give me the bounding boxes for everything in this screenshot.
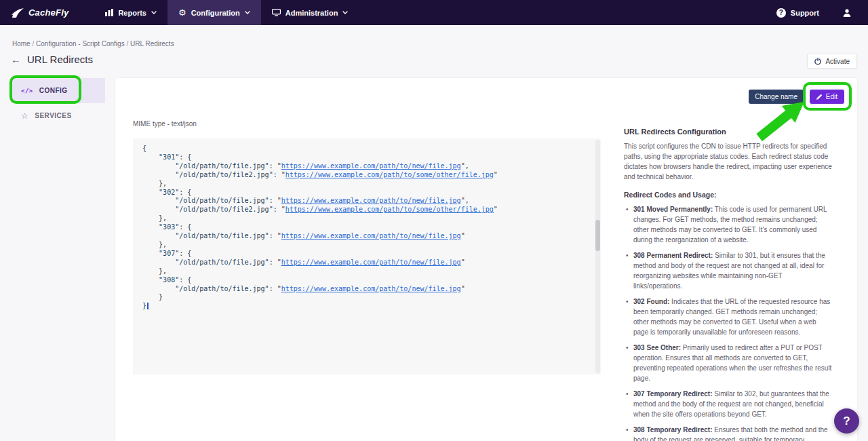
code-line[interactable]: }, <box>142 214 591 223</box>
breadcrumb: Home / Configuration - Script Configs / … <box>12 40 174 47</box>
redirect-code-item: 308 Temporary Redirect: Ensures that bot… <box>633 425 833 441</box>
code-line[interactable]: "303": { <box>142 223 591 232</box>
code-line[interactable]: "/old/path/to/file2.jpg": "https://www.e… <box>142 171 591 180</box>
nav-administration-label: Administration <box>285 9 338 17</box>
star-icon: ☆ <box>21 111 28 121</box>
sidebar: </> CONFIG ☆ SERVICES <box>11 78 105 128</box>
cachefly-wing-icon <box>11 7 24 18</box>
nav-configuration-label: Configuration <box>191 9 240 17</box>
content-card: Change name Edit MIME type - text/json {… <box>115 78 857 441</box>
code-line[interactable]: "/old/path/to/file.jpg": "https://www.ex… <box>142 197 591 206</box>
gear-icon: ⚙ <box>178 8 186 17</box>
breadcrumb-item: URL Redirects <box>130 40 174 47</box>
brand-name: CacheFly <box>28 7 68 18</box>
mime-type-label: MIME type - text/json <box>133 120 197 128</box>
code-line[interactable]: "/old/path/to/file.jpg": "https://www.ex… <box>142 162 591 171</box>
nav-right: ? Support <box>766 0 868 25</box>
page-header: ← URL Redirects <box>11 54 93 65</box>
chevron-down-icon <box>245 11 250 14</box>
code-line[interactable]: }, <box>142 180 591 189</box>
nav-user-menu[interactable] <box>830 0 868 25</box>
chevron-down-icon <box>342 11 348 14</box>
editor-scrollbar[interactable] <box>595 140 600 373</box>
code-line[interactable]: "301": { <box>142 153 591 162</box>
nav-reports-label: Reports <box>118 9 146 17</box>
code-line[interactable]: "/old/path/to/file2.jpg": "https://www.e… <box>142 206 591 214</box>
nav-reports[interactable]: Reports <box>94 0 167 25</box>
edit-label: Edit <box>826 93 837 100</box>
redirect-codes-list: 301 Moved Permanently: This code is used… <box>624 204 833 441</box>
code-lines: { "301": { "/old/path/to/file.jpg": "htt… <box>142 145 591 311</box>
chevron-down-icon <box>151 11 157 14</box>
code-line[interactable]: "307": { <box>142 250 591 258</box>
redirect-code-item: 301 Moved Permanently: This code is used… <box>633 204 833 245</box>
power-icon <box>814 58 821 65</box>
code-line[interactable]: } <box>142 293 591 302</box>
user-icon <box>842 8 852 18</box>
docs-panel: URL Redirects Configuration This script … <box>624 128 833 441</box>
text-cursor <box>147 303 149 309</box>
redirect-code-item: 308 Permanent Redirect: Similar to 301, … <box>633 250 833 291</box>
activate-button[interactable]: Activate <box>807 54 857 69</box>
redirect-code-item: 307 Temporary Redirect: Similar to 302, … <box>633 389 833 419</box>
code-line[interactable]: "/old/path/to/file.jpg": "https://www.ex… <box>142 285 591 294</box>
code-line[interactable]: "/old/path/to/file.jpg": "https://www.ex… <box>142 258 591 267</box>
page-title: URL Redirects <box>27 54 93 65</box>
top-navbar: CacheFly Reports ⚙ Configuration Adminis… <box>0 0 868 25</box>
scrollbar-thumb[interactable] <box>595 220 600 251</box>
nav-support[interactable]: ? Support <box>766 0 830 25</box>
sidebar-item-services[interactable]: ☆ SERVICES <box>11 103 105 128</box>
change-name-button[interactable]: Change name <box>749 90 804 104</box>
bar-chart-icon <box>105 9 113 16</box>
code-editor[interactable]: { "301": { "/old/path/to/file.jpg": "htt… <box>133 138 601 375</box>
code-line[interactable]: "308": { <box>142 276 591 285</box>
brand-logo[interactable]: CacheFly <box>0 0 81 25</box>
help-circle-icon: ? <box>776 8 786 18</box>
nav-configuration[interactable]: ⚙ Configuration <box>167 0 261 25</box>
breadcrumb-separator: / <box>125 40 130 47</box>
breadcrumb-item[interactable]: Configuration - Script Configs <box>36 40 125 47</box>
code-line[interactable]: }, <box>142 241 591 250</box>
nav-support-label: Support <box>791 9 819 17</box>
redirect-code-item: 303 See Other: Primarily used to redirec… <box>633 343 833 383</box>
monitor-icon <box>272 9 281 16</box>
edit-button[interactable]: Edit <box>810 90 844 104</box>
sidebar-services-label: SERVICES <box>35 112 71 119</box>
code-icon: </> <box>21 88 33 94</box>
sidebar-item-config[interactable]: </> CONFIG <box>11 78 105 103</box>
nav-administration[interactable]: Administration <box>261 0 359 25</box>
activate-label: Activate <box>825 58 850 65</box>
pencil-icon <box>816 94 823 100</box>
main-nav: Reports ⚙ Configuration Administration <box>94 0 359 25</box>
sidebar-config-label: CONFIG <box>39 87 68 94</box>
back-arrow-button[interactable]: ← <box>11 54 21 64</box>
breadcrumb-separator: / <box>31 40 36 47</box>
help-button[interactable]: ? <box>834 408 859 434</box>
code-line[interactable]: { <box>142 145 591 153</box>
breadcrumb-item[interactable]: Home <box>12 40 31 47</box>
docs-codes-heading: Redirect Codes and Usage: <box>624 191 833 199</box>
code-line[interactable]: }, <box>142 267 591 276</box>
docs-intro: This script configures the CDN to issue … <box>624 141 833 182</box>
code-line[interactable]: } <box>142 302 591 311</box>
code-line[interactable]: "302": { <box>142 189 591 197</box>
code-line[interactable]: "/old/path/to/file.jpg": "https://www.ex… <box>142 232 591 241</box>
redirect-code-item: 302 Found: Indicates that the URL of the… <box>633 296 833 337</box>
docs-title: URL Redirects Configuration <box>624 128 833 136</box>
